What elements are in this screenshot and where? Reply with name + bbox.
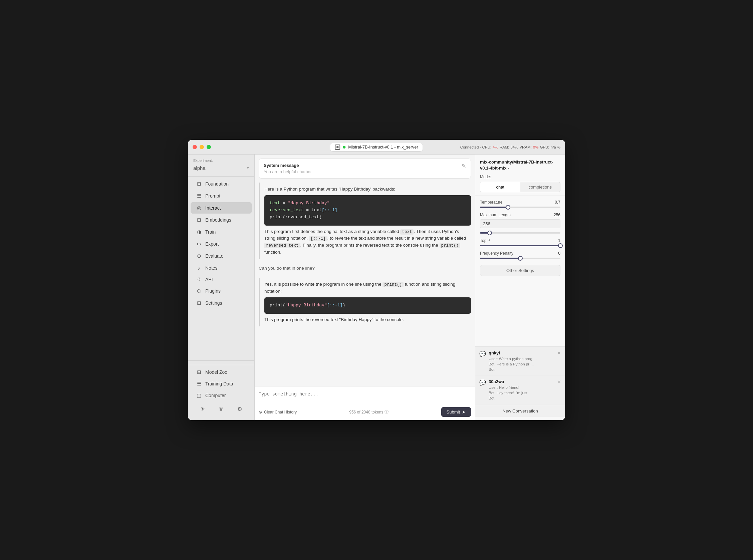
- sidebar-item-label: Interact: [205, 205, 221, 211]
- max-length-value: 256: [554, 213, 560, 217]
- mode-label: Mode:: [480, 175, 560, 179]
- gpu-value: n/a %: [551, 145, 560, 149]
- temperature-param: Temperature 0.7: [480, 200, 560, 208]
- vram-value: 0%: [533, 145, 539, 149]
- vram-label: VRAM:: [519, 145, 531, 149]
- sidebar-item-label: Foundation: [205, 181, 229, 186]
- sidebar-divider-2: [188, 365, 254, 365]
- mode-completions-button[interactable]: completions: [520, 182, 560, 192]
- sidebar-item-plugins[interactable]: ⬡ Plugins: [191, 285, 252, 297]
- edit-icon[interactable]: ✎: [462, 163, 466, 169]
- conv-preview-user: User: Write a python prog ...: [489, 356, 554, 361]
- conv-title-2: 30a2wa: [489, 379, 554, 384]
- sidebar-item-export[interactable]: ↦ Export: [191, 238, 252, 249]
- experiment-selector[interactable]: alpha ▾: [188, 164, 254, 175]
- titlebar: Mistral-7B-Instruct-v0.1 - mlx_server Co…: [188, 140, 565, 155]
- experiment-label: Experiment:: [188, 159, 254, 164]
- bot-message-text: Here is a Python program that writes 'Ha…: [264, 186, 471, 193]
- delete-conv-icon-2[interactable]: ✕: [557, 379, 561, 384]
- cpu-value: 4%: [493, 145, 498, 149]
- minimize-button[interactable]: [200, 145, 204, 149]
- mode-chat-button[interactable]: chat: [480, 182, 520, 192]
- settings-icon: ⊞: [196, 300, 202, 306]
- other-settings-button[interactable]: Other Settings: [480, 265, 560, 276]
- max-length-label: Maximum Length: [480, 213, 511, 217]
- send-icon: ➤: [462, 409, 465, 415]
- code-block-1: text = "Happy Birthday" reversed_text = …: [264, 195, 471, 225]
- bottom-icons-row: ☀ ♛ ⚙: [188, 401, 254, 416]
- conv-preview-bot1: Bot: Here is a Python pr ...: [489, 361, 554, 367]
- sidebar-item-training-data[interactable]: ☰ Training Data: [191, 378, 252, 389]
- system-message-box: System message You are a helpful chatbot…: [259, 159, 471, 179]
- conversation-item-qnkyf[interactable]: 💬 qnkyf User: Write a python prog ... Bo…: [475, 347, 565, 376]
- token-count: 956 of 2048 tokens: [349, 410, 383, 415]
- sidebar-item-prompt[interactable]: ☰ Prompt: [191, 190, 252, 202]
- stop-icon[interactable]: [335, 144, 340, 150]
- computer-icon: ▢: [196, 393, 202, 398]
- experiment-name: alpha: [193, 165, 205, 171]
- top-p-param: Top P 1: [480, 238, 560, 246]
- sidebar-item-model-zoo[interactable]: ⊞ Model Zoo: [191, 366, 252, 378]
- frequency-penalty-param: Frequency Penalty 0: [480, 251, 560, 259]
- conversations-section: 💬 qnkyf User: Write a python prog ... Bo…: [475, 347, 565, 420]
- conversation-item-30a2wa[interactable]: 💬 30a2wa User: Hello friend! Bot: Hey th…: [475, 376, 565, 404]
- max-length-slider[interactable]: [480, 232, 560, 234]
- sidebar-item-interact[interactable]: ◎ Interact: [191, 202, 252, 214]
- list-icon: ☰: [196, 193, 202, 199]
- sidebar-item-label: API: [205, 277, 213, 282]
- sidebar-item-label: Plugins: [205, 288, 221, 294]
- sidebar-bottom: ⊞ Model Zoo ☰ Training Data ▢ Computer ☀…: [188, 360, 254, 416]
- new-conversation-button[interactable]: New Conversation: [475, 405, 565, 417]
- bot-message-2: Yes, it is possible to write the program…: [259, 278, 471, 326]
- conv-preview-bot2-2: Bot:: [489, 396, 554, 401]
- chat-input-bottom: ⊗ Clear Chat History 956 of 2048 tokens …: [259, 404, 471, 417]
- max-length-label-row: Maximum Length 256: [480, 213, 560, 217]
- mode-buttons: chat completions: [480, 182, 560, 192]
- frequency-penalty-label: Frequency Penalty: [480, 251, 513, 256]
- submit-button[interactable]: Submit ➤: [441, 407, 471, 417]
- model-name: mlx-community/Mistral-7B-Instruct-v0.1-4…: [480, 159, 560, 171]
- sidebar-item-label: Evaluate: [205, 253, 223, 259]
- chat-input[interactable]: [259, 390, 471, 403]
- status-bar: Connected - CPU: 4% RAM: 34% VRAM: 0% GP…: [460, 145, 560, 149]
- top-p-slider[interactable]: [480, 245, 560, 246]
- traffic-lights: [193, 145, 211, 149]
- maximize-button[interactable]: [206, 145, 211, 149]
- sidebar-item-api[interactable]: ⟨⟩ API: [191, 274, 252, 285]
- sidebar-item-settings[interactable]: ⊞ Settings: [191, 297, 252, 309]
- sidebar-item-evaluate[interactable]: ⊙ Evaluate: [191, 250, 252, 262]
- sidebar-item-notes[interactable]: ♪ Notes: [191, 262, 252, 273]
- sidebar-item-train[interactable]: ◑ Train: [191, 226, 252, 238]
- conv-title: qnkyf: [489, 351, 554, 355]
- max-length-input[interactable]: [480, 219, 560, 228]
- export-icon: ↦: [196, 241, 202, 247]
- sidebar-item-computer[interactable]: ▢ Computer: [191, 390, 252, 401]
- sidebar-item-foundation[interactable]: ⊞ Foundation: [191, 178, 252, 189]
- chat-bubble-icon-2: 💬: [479, 379, 486, 386]
- sidebar-item-label: Computer: [205, 393, 226, 398]
- chevron-down-icon: ▾: [247, 166, 249, 170]
- interact-icon: ◎: [196, 205, 202, 211]
- training-data-icon: ☰: [196, 381, 202, 387]
- sidebar-item-label: Settings: [205, 300, 222, 306]
- clear-chat-button[interactable]: ⊗ Clear Chat History: [259, 410, 297, 415]
- system-message-label: System message: [264, 163, 312, 168]
- gear-icon[interactable]: ⚙: [235, 404, 244, 414]
- sun-icon[interactable]: ☀: [198, 404, 207, 414]
- close-button[interactable]: [193, 145, 197, 149]
- chat-bubble-icon: 💬: [479, 351, 486, 357]
- conv-preview-bot1-2: Bot: Hey there! I'm just ...: [489, 390, 554, 396]
- top-p-label: Top P: [480, 238, 490, 243]
- trophy-icon[interactable]: ♛: [216, 404, 226, 414]
- chat-area: System message You are a helpful chatbot…: [255, 155, 475, 420]
- model-info-section: mlx-community/Mistral-7B-Instruct-v0.1-4…: [475, 155, 565, 196]
- sidebar-item-embeddings[interactable]: ⊟ Embeddings: [191, 214, 252, 226]
- temperature-slider[interactable]: [480, 206, 560, 208]
- delete-conv-icon[interactable]: ✕: [557, 351, 561, 356]
- sidebar-item-label: Embeddings: [205, 217, 231, 223]
- top-p-label-row: Top P 1: [480, 238, 560, 243]
- conv-content: qnkyf User: Write a python prog ... Bot:…: [489, 351, 554, 372]
- frequency-penalty-slider[interactable]: [480, 258, 560, 259]
- plugins-icon: ⬡: [196, 288, 202, 294]
- conv-content-2: 30a2wa User: Hello friend! Bot: Hey ther…: [489, 379, 554, 401]
